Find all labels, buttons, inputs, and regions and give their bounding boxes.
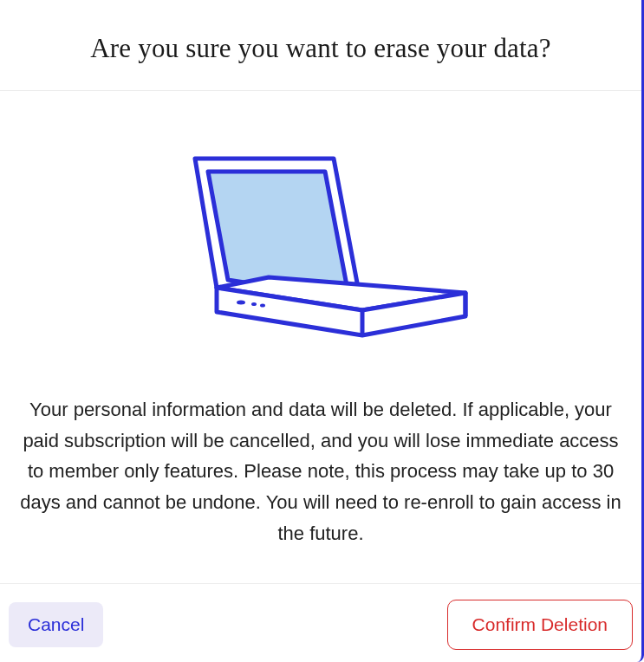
confirm-deletion-button[interactable]: Confirm Deletion <box>447 600 633 650</box>
svg-point-1 <box>237 301 245 305</box>
erase-data-dialog: Are you sure you want to erase your data… <box>0 0 644 662</box>
dialog-description: Your personal information and data will … <box>0 394 641 583</box>
cancel-button[interactable]: Cancel <box>9 602 103 647</box>
dialog-footer: Cancel Confirm Deletion <box>0 583 641 662</box>
laptop-illustration <box>0 91 641 394</box>
laptop-icon <box>160 143 481 351</box>
svg-point-2 <box>251 302 257 306</box>
dialog-header: Are you sure you want to erase your data… <box>0 0 641 91</box>
dialog-title: Are you sure you want to erase your data… <box>17 33 624 64</box>
svg-point-3 <box>260 304 265 308</box>
